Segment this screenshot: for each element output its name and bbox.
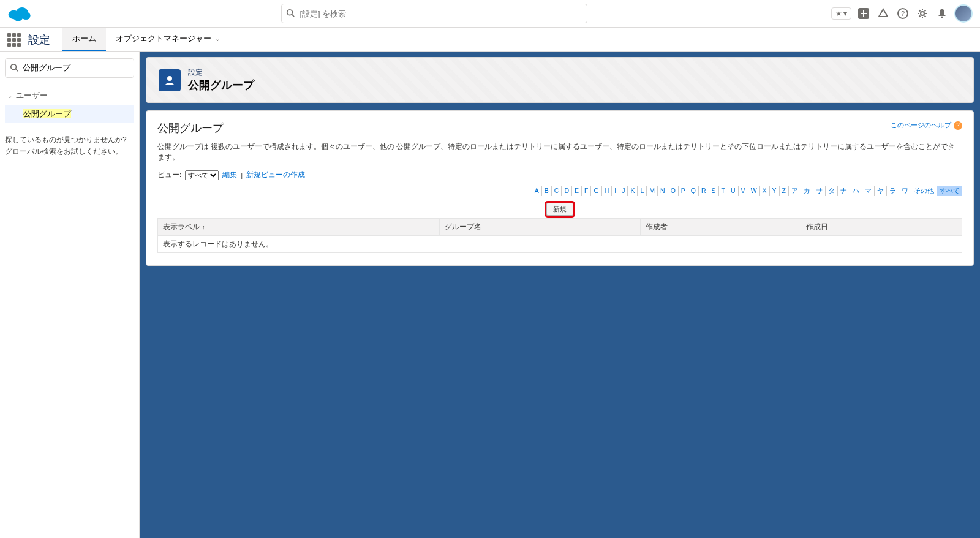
global-header: ★ ▾ ? [0,0,980,28]
alpha-filter-item[interactable]: Y [770,186,780,196]
alpha-filter-item[interactable]: I [612,186,619,196]
alpha-filter-item[interactable]: ハ [850,186,862,196]
alpha-filter-item[interactable]: X [760,186,770,196]
tree-item-public-groups[interactable]: 公開グループ [5,105,134,123]
alpha-filter-item[interactable]: A [532,186,542,196]
svg-line-18 [925,16,926,17]
view-controls: ビュー: すべて 編集 | 新規ビューの作成 [157,170,962,180]
user-avatar[interactable] [954,4,973,23]
alpha-filter-item[interactable]: L [638,186,647,196]
alpha-filter-item[interactable]: ワ [899,186,911,196]
svg-point-22 [11,64,17,70]
chevron-down-icon: ▾ [843,9,847,18]
add-icon[interactable] [856,6,871,21]
question-icon[interactable]: ? [895,6,910,21]
alpha-filter-item[interactable]: カ [801,186,813,196]
alpha-filter-item[interactable]: P [679,186,688,196]
alpha-filter-item[interactable]: M [647,186,658,196]
alpha-filter-item[interactable]: マ [862,186,875,196]
button-bar: 新規 [157,200,962,216]
svg-point-24 [167,76,172,81]
content-card: 公開グループ このページのヘルプ ? 公開グループは 複数のユーザーで構成されま… [146,110,974,266]
alpha-filter-item[interactable]: D [562,186,572,196]
help-link[interactable]: このページのヘルプ ? [891,121,962,130]
create-view-link[interactable]: 新規ビューの作成 [246,170,305,180]
alpha-filter-item[interactable]: O [668,186,679,196]
svg-marker-9 [879,9,888,17]
search-icon [10,63,18,74]
records-table: 表示ラベル↑ グループ名 作成者 作成日 表示するレコードはありません。 [157,218,962,253]
svg-line-5 [292,15,294,17]
alpha-filter-item[interactable]: タ [826,186,838,196]
alpha-filter-item[interactable]: ア [789,186,801,196]
alpha-filter-item[interactable]: すべて [937,186,962,196]
alpha-filter-item[interactable]: K [628,186,638,196]
new-button[interactable]: 新規 [546,203,573,216]
view-label: ビュー: [157,170,181,180]
app-name: 設定 [28,32,50,47]
alpha-filter-item[interactable]: J [619,186,628,196]
sidebar-search-input[interactable] [5,58,134,78]
salesforce-help-icon[interactable] [876,6,891,21]
alpha-filter-item[interactable]: ラ [887,186,899,196]
alpha-filter-item[interactable]: Z [780,186,789,196]
main-area: 設定 公開グループ 公開グループ このページのヘルプ ? 公開グループは 複数の… [140,52,980,538]
alpha-filter-item[interactable]: B [542,186,552,196]
breadcrumb: 設定 [188,67,254,78]
alpha-filter-item[interactable]: T [719,186,728,196]
alpha-filter-item[interactable]: N [658,186,668,196]
gear-icon[interactable] [915,6,930,21]
help-icon: ? [954,121,962,130]
svg-point-3 [21,12,30,20]
alpha-filter-item[interactable]: ナ [838,186,850,196]
alpha-filter-item[interactable]: W [748,186,760,196]
table-header-row: 表示ラベル↑ グループ名 作成者 作成日 [158,218,962,235]
edit-view-link[interactable]: 編集 [222,170,237,180]
svg-text:?: ? [901,10,905,17]
svg-point-21 [941,17,943,18]
alpha-filter-item[interactable]: Q [688,186,699,196]
alpha-filter-item[interactable]: G [591,186,601,196]
bell-icon[interactable] [935,6,949,21]
alphabet-filter: ABCDEFGHIJKLMNOPQRSTUVWXYZアカサタナハマヤラワその他す… [157,186,962,196]
card-title: 公開グループ [157,121,224,135]
alpha-filter-item[interactable]: その他 [911,186,937,196]
svg-line-19 [925,10,926,12]
sort-asc-icon: ↑ [202,224,205,230]
alpha-filter-item[interactable]: U [728,186,739,196]
nav-bar: 設定 ホーム オブジェクトマネージャー ⌄ [0,28,980,52]
nav-tabs: ホーム オブジェクトマネージャー ⌄ [62,28,230,51]
view-select[interactable]: すべて [185,170,219,180]
global-search-wrap [281,4,587,23]
global-search-input[interactable] [281,4,587,23]
description-text: 公開グループは 複数のユーザーで構成されます。個々のユーザー、他の 公開グループ… [157,142,962,163]
page-title: 公開グループ [188,78,254,93]
col-created-date[interactable]: 作成日 [801,218,962,235]
setup-sidebar: ⌄ ユーザー 公開グループ 探しているものが見つかりませんか? グローバル検索を… [0,52,140,538]
alpha-filter-item[interactable]: H [602,186,612,196]
star-icon: ★ [835,9,842,18]
alpha-filter-item[interactable]: E [572,186,582,196]
empty-message: 表示するレコードはありません。 [158,235,962,252]
alpha-filter-item[interactable]: ヤ [875,186,887,196]
favorites-button[interactable]: ★ ▾ [831,7,851,20]
tab-object-manager[interactable]: オブジェクトマネージャー ⌄ [106,28,230,51]
alpha-filter-item[interactable]: V [739,186,748,196]
svg-point-12 [921,12,924,15]
col-created-by[interactable]: 作成者 [640,218,801,235]
tree: ⌄ ユーザー 公開グループ [5,86,134,123]
svg-point-2 [13,13,23,21]
alpha-filter-item[interactable]: サ [813,186,826,196]
tab-home[interactable]: ホーム [62,28,106,51]
svg-line-17 [919,10,921,12]
alpha-filter-item[interactable]: R [699,186,709,196]
alpha-filter-item[interactable]: C [552,186,562,196]
tree-section-users[interactable]: ⌄ ユーザー [5,86,134,105]
app-launcher-icon[interactable] [7,33,21,47]
alpha-filter-item[interactable]: S [709,186,719,196]
search-icon [286,9,295,19]
alpha-filter-item[interactable]: F [582,186,591,196]
col-label[interactable]: 表示ラベル↑ [158,218,440,235]
svg-line-23 [16,69,18,72]
col-group-name[interactable]: グループ名 [439,218,640,235]
